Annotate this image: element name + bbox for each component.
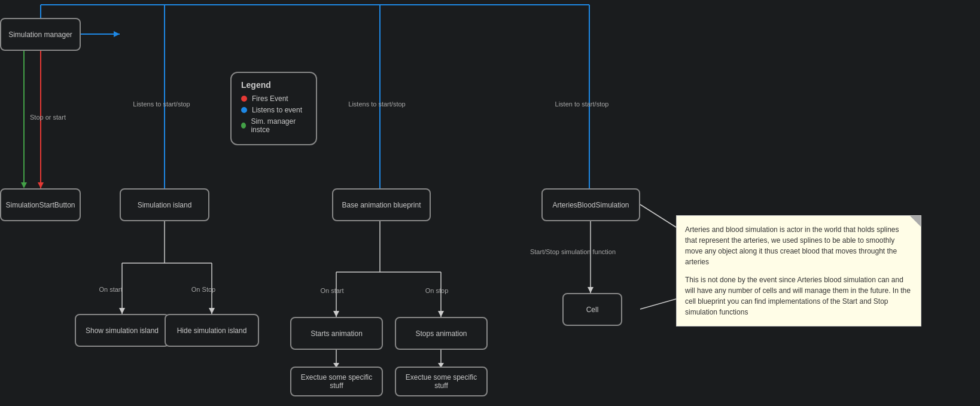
listens-start-stop-label-1: Listens to start/stop	[120, 100, 203, 108]
simulation-island-node: Simulation island	[120, 188, 209, 221]
arteries-blood-simulation-node: ArteriesBloodSimulation	[541, 188, 640, 221]
listens-event-dot	[241, 107, 247, 113]
legend-fires-event: Fires Event	[241, 94, 306, 103]
svg-marker-20	[333, 311, 339, 317]
hide-simulation-island-node: Hide simulation island	[165, 314, 259, 347]
cell-node: Cell	[562, 293, 622, 326]
note-paragraph-1: Arteries and blood simulation is actor i…	[685, 224, 912, 267]
svg-marker-28	[588, 287, 594, 293]
start-stop-sim-func-label: Start/Stop simulation function	[521, 248, 625, 255]
listen-start-stop-label-3: Listen to start/stop	[538, 100, 625, 108]
svg-marker-10	[114, 31, 120, 37]
svg-marker-22	[438, 311, 444, 317]
listens-start-stop-label-2: Listens to start/stop	[332, 100, 422, 108]
stop-or-start-label: Stop or start	[24, 114, 72, 121]
simulation-start-button-node: SimulationStartButton	[0, 188, 81, 221]
on-start-label-2: On start	[311, 287, 353, 294]
diagram-container: Simulation manager SimulationStartButton…	[0, 0, 980, 406]
on-stop-label-1: On Stop	[182, 286, 224, 293]
fires-event-dot	[241, 96, 247, 102]
svg-marker-14	[119, 308, 125, 314]
on-stop-label-2: On stop	[416, 287, 458, 294]
stops-animation-node: Stops animation	[395, 317, 488, 350]
svg-marker-6	[38, 182, 44, 188]
execute-stuff-1-node: Exectue some specific stuff	[290, 367, 383, 396]
show-simulation-island-node: Show simulation island	[75, 314, 169, 347]
base-animation-blueprint-node: Base animation blueprint	[332, 188, 431, 221]
legend-title: Legend	[241, 80, 306, 90]
simulation-manager-node: Simulation manager	[0, 18, 81, 51]
svg-line-29	[640, 204, 676, 227]
svg-line-30	[640, 299, 676, 309]
execute-stuff-2-node: Exectue some specific stuff	[395, 367, 488, 396]
legend-listens-event: Listens to event	[241, 106, 306, 114]
svg-marker-8	[21, 182, 27, 188]
starts-animation-node: Starts animation	[290, 317, 383, 350]
on-start-label-1: On start	[90, 286, 132, 293]
sim-manager-dot	[241, 123, 246, 129]
svg-marker-16	[209, 308, 215, 314]
legend-box: Legend Fires Event Listens to event Sim.…	[230, 72, 317, 145]
legend-sim-manager-instance: Sim. manager instce	[241, 117, 306, 134]
note-paragraph-2: This is not done by the event since Arte…	[685, 274, 912, 318]
note-box: Arteries and blood simulation is actor i…	[676, 215, 921, 326]
